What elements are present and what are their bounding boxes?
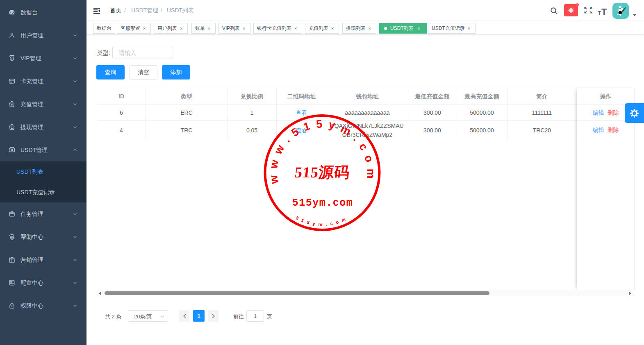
- svg-text:T: T: [598, 10, 601, 16]
- svg-text:T: T: [601, 7, 607, 16]
- svg-text:5 1 5 y m . c o m: 5 1 5 y m . c o m: [295, 215, 346, 227]
- svg-text:515源码: 515源码: [294, 164, 351, 181]
- svg-text:515ym.com: 515ym.com: [292, 197, 353, 209]
